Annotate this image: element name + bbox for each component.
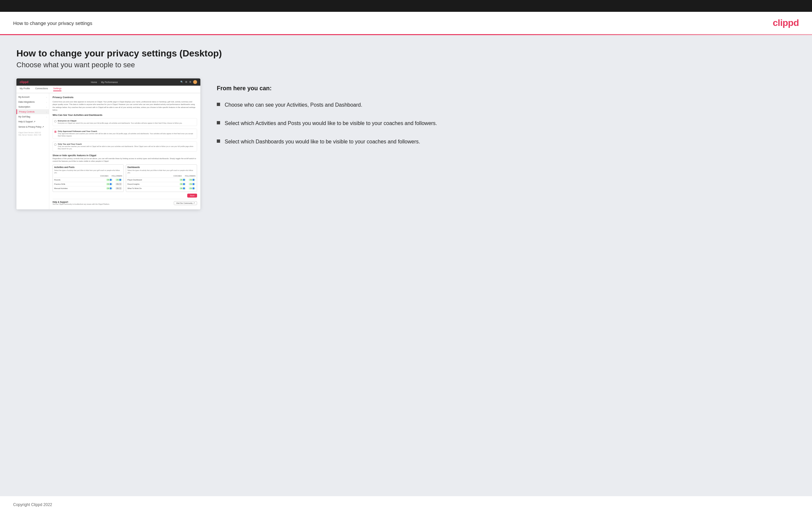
sidebar-item-data-integrations[interactable]: Data Integrations ›: [16, 100, 49, 104]
sidebar-item-my-account[interactable]: My Account ›: [16, 95, 49, 100]
activities-posts-title: Activities and Posts: [54, 166, 122, 168]
info-bullet-2: Select which Activities and Posts you wo…: [217, 119, 796, 127]
sidebar-item-privacy-controls[interactable]: Privacy Controls ›: [16, 109, 49, 114]
practice-drills-label: Practice Drills: [54, 183, 65, 185]
radio-desc-everyone: Everyone on Clippd can search for you an…: [58, 122, 182, 124]
round-insights-coaches-toggle[interactable]: ON: [180, 183, 186, 185]
subnav-my-profile[interactable]: My Profile: [20, 87, 30, 91]
help-section-title: Help & Support: [53, 201, 110, 203]
practice-drills-row: Practice Drills ON ON: [54, 182, 122, 186]
subnav-settings[interactable]: Settings: [53, 87, 61, 91]
nav-home[interactable]: Home: [91, 81, 97, 83]
toggle-section-title: Show or hide specific features in Clippd: [53, 154, 197, 157]
manual-activities-label: Manual Activities: [54, 187, 68, 189]
sidebar-label-data-integrations: Data Integrations: [18, 101, 35, 103]
rounds-label: Rounds: [54, 179, 60, 181]
page-footer: Copyright Clippd 2022: [0, 496, 812, 507]
practice-followers-toggle[interactable]: ON: [115, 183, 122, 185]
top-bar: [0, 0, 812, 12]
grid-icon[interactable]: ⊞: [185, 81, 187, 83]
info-panel: From here you can: Choose who can see yo…: [217, 78, 796, 156]
content-columns: clippd Home My Performance 🔍 ⊞ ⚙ My Prof…: [16, 78, 796, 209]
radio-approved-followers[interactable]: Only Approved Followers and Your Coach O…: [53, 129, 197, 139]
header-title: How to change your privacy settings: [13, 20, 92, 26]
radio-label-approved: Only Approved Followers and Your Coach: [58, 130, 195, 132]
player-dashboard-row: Player Dashboard ON ON: [128, 177, 195, 182]
app-main-area: Privacy Controls Control how you and you…: [49, 93, 200, 209]
sidebar-label-subscription: Subscription: [18, 106, 30, 108]
save-btn-container: Save: [53, 193, 197, 198]
rounds-followers-toggle[interactable]: ON: [115, 178, 122, 181]
rounds-coaches-toggle[interactable]: ON: [106, 178, 113, 181]
toggle-columns: Activities and Posts Select the types of…: [53, 164, 197, 192]
toggle-section-desc: Regardless of the privacy controls that …: [53, 158, 197, 162]
dashboards-col: Dashboards Select the types of activity …: [126, 164, 197, 192]
app-body: My Account › Data Integrations › Subscri…: [16, 93, 200, 209]
app-nav-icons: 🔍 ⊞ ⚙: [180, 80, 197, 84]
wwon-followers-toggle[interactable]: ON: [189, 187, 195, 190]
round-insights-row: Round Insights ON ON: [128, 182, 195, 186]
what-to-work-on-controls: ON ON: [180, 187, 196, 190]
rounds-controls: ON ON: [106, 178, 122, 181]
radio-circle-approved: [54, 130, 56, 133]
app-nav: clippd Home My Performance 🔍 ⊞ ⚙: [16, 78, 200, 86]
app-sidebar: My Account › Data Integrations › Subscri…: [16, 93, 49, 209]
sidebar-label-help-support: Help & Support ↗: [18, 120, 36, 123]
chevron-icon: ›: [46, 116, 47, 118]
player-dashboard-label: Player Dashboard: [128, 179, 142, 181]
practice-drills-controls: ON ON: [106, 183, 122, 185]
help-text: Help & Support Visit our Clippd communit…: [53, 201, 110, 205]
activities-header-row: COACHES FOLLOWERS: [54, 175, 122, 177]
wwon-coaches-toggle[interactable]: ON: [180, 187, 186, 190]
sidebar-item-my-golf-bag[interactable]: My Golf Bag ›: [16, 114, 49, 119]
dashboards-title: Dashboards: [128, 166, 195, 168]
manual-activities-controls: ON ON: [106, 187, 122, 190]
radio-only-you[interactable]: Only You and Your Coach Only you and the…: [53, 142, 197, 152]
sidebar-label-service-privacy: Service & Privacy Policy ↗: [18, 126, 44, 128]
info-bullet-text-2: Select which Activities and Posts you wo…: [225, 119, 437, 127]
practice-coaches-toggle[interactable]: ON: [106, 183, 113, 185]
radio-everyone[interactable]: Everyone on Clippd Everyone on Clippd ca…: [53, 118, 197, 126]
info-panel-title: From here you can:: [217, 85, 796, 92]
rounds-toggle-row: Rounds ON ON: [54, 177, 122, 182]
subnav-connections[interactable]: Connections: [35, 87, 48, 91]
search-icon[interactable]: 🔍: [180, 81, 183, 83]
save-button[interactable]: Save: [187, 193, 197, 198]
main-content: How to change your privacy settings (Des…: [0, 35, 812, 496]
chevron-icon: ›: [46, 96, 47, 98]
coaches-header: COACHES: [100, 175, 108, 177]
sidebar-label-privacy-controls: Privacy Controls: [19, 111, 35, 113]
round-insights-label: Round Insights: [128, 183, 140, 185]
what-to-work-on-label: What To Work On: [128, 187, 142, 189]
followers-header: FOLLOWERS: [112, 175, 122, 177]
sidebar-label-my-golf-bag: My Golf Bag: [18, 115, 30, 118]
activities-posts-col: Activities and Posts Select the types of…: [53, 164, 124, 192]
footer-copyright: Copyright Clippd 2022: [13, 502, 52, 507]
chevron-icon: ›: [46, 101, 47, 103]
manual-coaches-toggle[interactable]: ON: [106, 187, 113, 190]
screenshot-container: clippd Home My Performance 🔍 ⊞ ⚙ My Prof…: [16, 78, 200, 209]
radio-label-everyone: Everyone on Clippd: [58, 120, 182, 122]
radio-desc-approved: Only approved followers and coaches you …: [58, 132, 195, 137]
app-subnav: My Profile Connections Settings: [16, 86, 200, 93]
player-dash-coaches-toggle[interactable]: ON: [180, 178, 186, 181]
player-dash-followers-toggle[interactable]: ON: [189, 178, 195, 181]
bullet-icon-3: [217, 139, 220, 143]
visit-community-button[interactable]: Visit Our Community ↗: [174, 201, 197, 205]
info-bullet-text-3: Select which Dashboards you would like t…: [225, 138, 420, 146]
avatar[interactable]: [193, 80, 197, 84]
who-can-see-heading: Who Can See Your Activities and Dashboar…: [53, 114, 197, 116]
round-insights-followers-toggle[interactable]: ON: [189, 183, 195, 185]
settings-icon[interactable]: ⚙: [189, 81, 191, 83]
page-heading: How to change your privacy settings (Des…: [16, 48, 796, 59]
info-bullet-1: Choose who can see your Activities, Post…: [217, 101, 796, 109]
info-bullet-text-1: Choose who can see your Activities, Post…: [225, 101, 362, 109]
sidebar-item-help-support[interactable]: Help & Support ↗: [16, 119, 49, 124]
nav-my-performance[interactable]: My Performance: [101, 81, 117, 83]
sidebar-item-subscription[interactable]: Subscription ›: [16, 104, 49, 109]
manual-followers-toggle[interactable]: ON: [115, 187, 122, 190]
sidebar-item-service-privacy[interactable]: Service & Privacy Policy ↗: [16, 124, 49, 130]
manual-activities-row: Manual Activities ON ON: [54, 186, 122, 190]
round-insights-controls: ON ON: [180, 183, 196, 185]
app-mockup: clippd Home My Performance 🔍 ⊞ ⚙ My Prof…: [16, 78, 200, 209]
